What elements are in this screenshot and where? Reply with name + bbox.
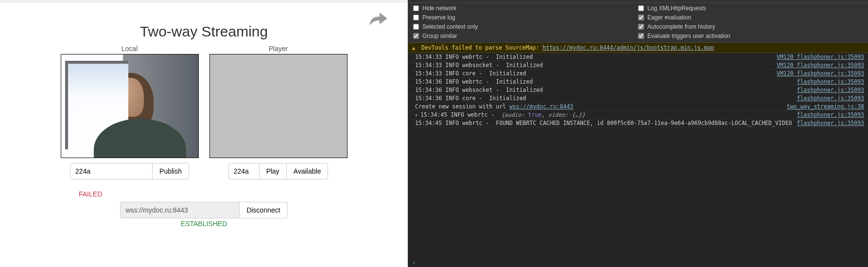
log-message: 15:34:33 INFO webrtc - Initialized [415,53,772,60]
warning-text: DevTools failed to parse SourceMap: [421,44,542,51]
share-icon[interactable] [369,11,388,29]
console-log-row[interactable]: 15:34:33 INFO core - InitializedVM120 fl… [408,70,868,78]
player-block: Player Play Available [209,45,347,179]
checkbox-eager-eval[interactable] [638,15,644,20]
player-stream-input[interactable] [228,163,260,179]
checkbox-log-xhr[interactable] [638,5,644,11]
ws-url-input[interactable] [120,202,240,218]
local-block: Local Publish [61,45,199,179]
console-log-row[interactable]: Create new session with url wss://mydoc.… [408,103,868,111]
setting-eager-eval[interactable]: Eager evaluation [638,14,863,21]
top-strip [0,0,408,3]
setting-hide-network[interactable]: Hide network [413,5,638,12]
page-title: Two-way Streaming [0,23,408,40]
connection-row: Disconnect [0,202,408,218]
player-video [209,54,347,158]
setting-selected-context[interactable]: Selected context only [413,23,638,30]
console-prompt[interactable] [408,258,868,267]
log-message: 15:34:33 INFO websocket - Initialized [415,62,772,69]
log-source-link[interactable]: VM120 flashphoner.js:35093 [777,62,864,69]
setting-group-similar[interactable]: Group similar [413,33,638,39]
setting-label: Evaluate triggers user activation [647,33,730,39]
log-message: 15:34:36 INFO core - Initialized [415,95,792,102]
setting-preserve-log[interactable]: Preserve log [413,14,638,21]
console-log-row[interactable]: 15:34:36 INFO webrtc - Initializedflashp… [408,78,868,86]
checkbox-eval-activation[interactable] [638,33,644,39]
log-message: 15:34:36 INFO websocket - Initialized [415,87,792,93]
videos-row: Local Publish Player Play Ava [0,45,408,179]
log-source-link[interactable]: flashphoner.js:35093 [797,120,864,126]
log-source-link[interactable]: flashphoner.js:35093 [797,87,864,93]
console-log-row[interactable]: 15:34:36 INFO core - Initializedflashpho… [408,94,868,103]
local-stream-input[interactable] [70,163,153,179]
setting-label: Group similar [422,33,457,39]
log-message: 15:34:36 INFO webrtc - Initialized [415,78,792,85]
console-log-row[interactable]: 15:34:45 INFO webrtc - FOUND WEBRTC CACH… [408,119,868,127]
console-log-row[interactable]: ▸15:34:45 INFO webrtc - {audio: true, vi… [408,111,868,119]
checkbox-selected-context[interactable] [413,24,419,30]
app-panel: Two-way Streaming Local Publish Player [0,0,408,267]
setting-label: Selected context only [422,23,478,30]
setting-log-xhr[interactable]: Log XMLHttpRequests [638,5,863,12]
sourcemap-warning: DevTools failed to parse SourceMap: http… [408,43,868,53]
console-log-list[interactable]: 15:34:33 INFO webrtc - InitializedVM120 … [408,53,868,258]
play-button[interactable]: Play [259,163,287,179]
available-button[interactable]: Available [286,163,329,179]
local-controls: Publish [70,163,189,179]
log-source-link[interactable]: VM120 flashphoner.js:35093 [777,70,864,77]
player-label: Player [269,45,288,53]
setting-label: Log XMLHttpRequests [647,5,706,12]
devtools-panel: Hide network Log XMLHttpRequests Preserv… [408,0,868,267]
log-message: Create new session with url wss://mydoc.… [415,103,782,110]
console-log-row[interactable]: 15:34:36 INFO websocket - Initializedfla… [408,86,868,94]
console-settings: Hide network Log XMLHttpRequests Preserv… [408,3,868,43]
publish-button[interactable]: Publish [152,163,189,179]
log-source-link[interactable]: two_way_streaming.js:38 [787,103,864,110]
setting-eval-activation[interactable]: Evaluate triggers user activation [638,33,863,39]
log-source-link[interactable]: flashphoner.js:35093 [797,78,864,85]
connection-status: ESTABLISHED [0,220,408,228]
log-source-link[interactable]: flashphoner.js:35093 [797,111,864,118]
checkbox-preserve-log[interactable] [413,15,419,20]
checkbox-hide-network[interactable] [413,5,419,11]
console-log-row[interactable]: 15:34:33 INFO webrtc - InitializedVM120 … [408,53,868,61]
log-message: 15:34:45 INFO webrtc - FOUND WEBRTC CACH… [415,120,792,126]
local-video [61,54,199,158]
local-status: FAILED [79,190,408,198]
disconnect-button[interactable]: Disconnect [240,202,287,218]
player-controls: Play Available [228,163,329,179]
log-source-link[interactable]: flashphoner.js:35093 [797,95,864,102]
console-log-row[interactable]: 15:34:33 INFO websocket - InitializedVM1… [408,61,868,70]
setting-label: Hide network [422,5,456,12]
setting-label: Preserve log [422,14,455,21]
checkbox-group-similar[interactable] [413,33,419,39]
setting-label: Autocomplete from history [647,23,715,30]
setting-label: Eager evaluation [647,14,691,21]
setting-autocomplete[interactable]: Autocomplete from history [638,23,863,30]
log-source-link[interactable]: VM120 flashphoner.js:35093 [777,53,864,60]
warning-url[interactable]: https://mydoc.ru:8444/admin/js/bootstrap… [542,44,714,51]
log-message: 15:34:33 INFO core - Initialized [415,70,772,77]
checkbox-autocomplete[interactable] [638,24,644,30]
log-message: ▸15:34:45 INFO webrtc - {audio: true, vi… [415,111,792,118]
local-label: Local [122,45,138,53]
